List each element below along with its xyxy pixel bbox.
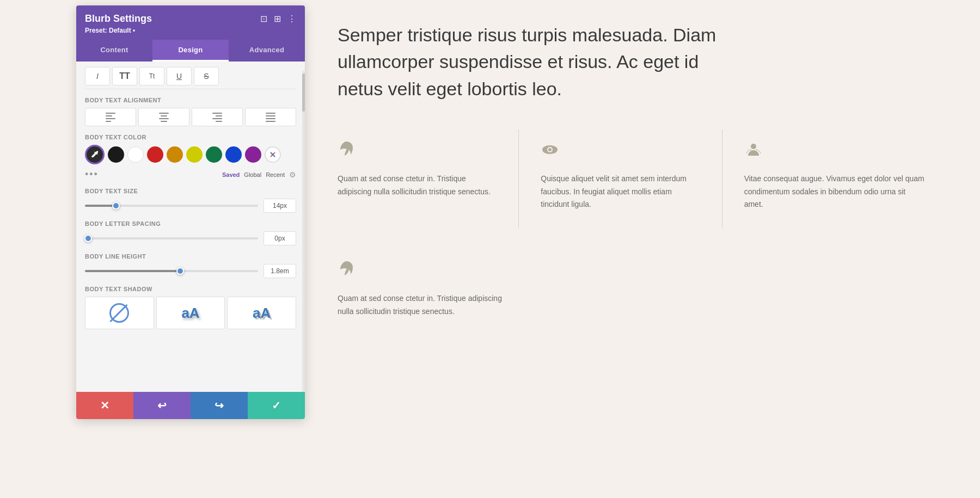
content-area: Semper tristique risus turpis malesuada.… <box>305 0 980 498</box>
body-letter-spacing-section: Body Letter Spacing 0px <box>85 220 296 245</box>
gear-icon[interactable]: ⚙ <box>289 170 296 179</box>
more-dots[interactable]: ••• <box>85 169 99 180</box>
hero-text: Semper tristique risus turpis malesuada.… <box>338 22 730 102</box>
body-line-height-value[interactable]: 1.8em <box>264 264 296 278</box>
swatch-orange[interactable] <box>167 146 183 163</box>
swatch-black[interactable] <box>108 146 124 163</box>
body-text-size-slider[interactable] <box>85 205 258 207</box>
color-tab-recent[interactable]: Recent <box>266 171 285 178</box>
body-line-height-label: Body Line Height <box>85 253 296 260</box>
panel-preset: Preset: Default • <box>85 27 296 34</box>
shadow-style1-button[interactable]: aA <box>156 297 225 329</box>
card-4-text: Quam at sed conse ctetur in. Tristique a… <box>338 292 519 318</box>
body-line-height-slider-row: 1.8em <box>85 264 296 278</box>
card-2: Quisque aliquet velit sit amet sem inter… <box>541 130 722 228</box>
align-right-button[interactable] <box>192 108 243 126</box>
body-text-alignment-label: Body Text Alignment <box>85 97 296 103</box>
shadow-none-button[interactable] <box>85 297 154 329</box>
align-center-button[interactable] <box>138 108 189 126</box>
undo-button[interactable]: ↩ <box>133 392 191 419</box>
settings-panel: Blurb Settings ⊡ ⊞ ⋮ Preset: Default • C… <box>76 5 305 419</box>
strikethrough-button[interactable]: S <box>194 67 219 85</box>
color-tab-saved[interactable]: Saved <box>222 171 240 178</box>
panel-header: Blurb Settings ⊡ ⊞ ⋮ Preset: Default • <box>76 5 305 40</box>
card-2-text: Quisque aliquet velit sit amet sem inter… <box>541 173 700 211</box>
body-line-height-slider[interactable] <box>85 270 258 272</box>
align-justify-button[interactable] <box>245 108 296 126</box>
card-3: Vitae consequat augue. Vivamus eget dolo… <box>744 130 947 228</box>
body-text-size-slider-row: 14px <box>85 199 296 213</box>
color-tab-global[interactable]: Global <box>244 171 261 178</box>
tab-design[interactable]: Design <box>152 40 229 62</box>
panel-body: I TT Tt U S Body Text Alignment <box>76 62 305 392</box>
card-3-text: Vitae consequat augue. Vivamus eget dolo… <box>744 173 926 211</box>
card-4: Quam at sed conse ctetur in. Tristique a… <box>338 249 541 335</box>
more-icon[interactable]: ⋮ <box>287 14 296 24</box>
swatch-blue[interactable] <box>225 146 242 163</box>
format-buttons-row: I TT Tt U S <box>85 62 296 89</box>
underline-button[interactable]: U <box>167 67 192 85</box>
body-text-size-section: Body Text Size 14px <box>85 188 296 213</box>
redo-button[interactable]: ↪ <box>191 392 248 419</box>
panel-footer: ✕ ↩ ↪ ✓ <box>76 392 305 419</box>
svg-point-4 <box>548 148 552 151</box>
cancel-button[interactable]: ✕ <box>76 392 133 419</box>
body-text-size-label: Body Text Size <box>85 188 296 194</box>
card-1-icon <box>338 140 497 163</box>
copy-icon[interactable]: ⊡ <box>260 14 267 24</box>
panel-scrollbar[interactable] <box>302 71 305 392</box>
cards-row-1: Quam at sed conse ctetur in. Tristique a… <box>338 130 947 228</box>
body-text-shadow-section: Body Text Shadow aA aA <box>85 286 296 329</box>
card-2-icon <box>541 140 700 163</box>
panel-header-icons: ⊡ ⊞ ⋮ <box>260 14 296 24</box>
scrollbar-thumb[interactable] <box>302 73 305 112</box>
custom-color-swatch[interactable] <box>265 146 281 163</box>
swatch-green[interactable] <box>206 146 222 163</box>
shadow-options-row: aA aA <box>85 297 296 329</box>
body-text-color-section: Body Text Color <box>85 134 296 180</box>
body-letter-spacing-slider[interactable] <box>85 237 258 239</box>
card-1: Quam at sed conse ctetur in. Tristique a… <box>338 130 519 228</box>
body-line-height-section: Body Line Height 1.8em <box>85 253 296 278</box>
columns-icon[interactable]: ⊞ <box>274 14 281 24</box>
capitalize-button[interactable]: Tt <box>139 67 164 85</box>
italic-button[interactable]: I <box>85 67 110 85</box>
swatch-yellow[interactable] <box>186 146 203 163</box>
panel-title: Blurb Settings <box>85 13 152 24</box>
tab-content[interactable]: Content <box>76 40 152 62</box>
swatch-red[interactable] <box>147 146 163 163</box>
shadow-style2-button[interactable]: aA <box>227 297 296 329</box>
body-text-color-label: Body Text Color <box>85 134 296 140</box>
settings-tabs: Content Design Advanced <box>76 40 305 62</box>
swatch-white[interactable] <box>127 146 144 163</box>
align-left-button[interactable] <box>85 108 136 126</box>
swatch-purple[interactable] <box>245 146 261 163</box>
card-1-text: Quam at sed conse ctetur in. Tristique a… <box>338 173 497 199</box>
body-text-size-value[interactable]: 14px <box>264 199 296 213</box>
tab-advanced[interactable]: Advanced <box>229 40 305 62</box>
color-tabs-row: ••• Saved Global Recent ⚙ <box>85 169 296 180</box>
confirm-button[interactable]: ✓ <box>248 392 305 419</box>
card-3-icon <box>744 140 926 163</box>
body-letter-spacing-slider-row: 0px <box>85 231 296 245</box>
body-letter-spacing-value[interactable]: 0px <box>264 231 296 245</box>
body-text-shadow-label: Body Text Shadow <box>85 286 296 292</box>
card-4-icon <box>338 260 519 282</box>
body-letter-spacing-label: Body Letter Spacing <box>85 220 296 227</box>
cards-row-2: Quam at sed conse ctetur in. Tristique a… <box>338 249 947 335</box>
bold-button[interactable]: TT <box>112 67 137 85</box>
color-swatches-row <box>85 145 296 164</box>
alignment-buttons <box>85 108 296 126</box>
eyedropper-swatch[interactable] <box>85 145 105 164</box>
